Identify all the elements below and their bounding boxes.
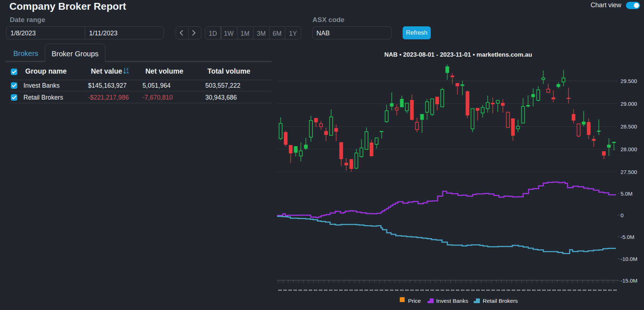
svg-text:Retail Brokers: Retail Brokers <box>483 298 518 304</box>
svg-text:28.500: 28.500 <box>621 123 637 130</box>
svg-text:-5.0M: -5.0M <box>621 234 634 240</box>
svg-text:29.500: 29.500 <box>621 78 637 84</box>
svg-text:27.500: 27.500 <box>621 169 637 175</box>
svg-text:A: A <box>127 71 129 74</box>
svg-text:Price: Price <box>408 298 421 304</box>
svg-text:NAB • 2023-08-01 - 2023-11-01: NAB • 2023-08-01 - 2023-11-01 • marketle… <box>384 51 532 58</box>
svg-text:0: 0 <box>621 212 623 218</box>
svg-text:-10.0M: -10.0M <box>621 256 638 262</box>
svg-text:-15.0M: -15.0M <box>621 278 638 284</box>
svg-text:Invest Banks: Invest Banks <box>436 298 468 304</box>
svg-text:29.000: 29.000 <box>621 101 637 107</box>
svg-text:5.0M: 5.0M <box>621 191 632 197</box>
svg-text:28.000: 28.000 <box>621 146 637 152</box>
